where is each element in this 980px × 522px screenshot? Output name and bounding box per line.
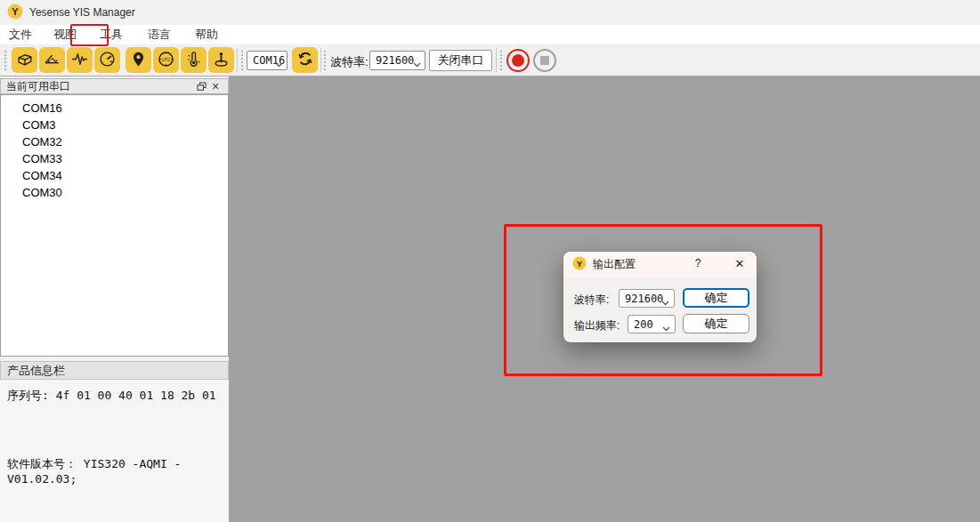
serial-port-dock: 当前可用串口 ✕ COM16 COM3 COM32 COM33 COM34 CO… (0, 76, 229, 522)
angle-wave-icon (43, 50, 61, 71)
toolbar-grip[interactable] (240, 50, 244, 71)
port-list-item[interactable]: COM3 (1, 116, 228, 133)
joystick-icon (212, 50, 231, 71)
waveform-button[interactable] (67, 47, 93, 73)
port-list-item[interactable]: COM33 (1, 150, 228, 167)
port-list-item[interactable]: COM30 (1, 184, 228, 201)
refresh-icon (296, 50, 314, 70)
dock-close-button[interactable]: ✕ (208, 80, 223, 92)
record-button[interactable] (506, 49, 530, 72)
toolbar-separator (496, 48, 497, 73)
port-select[interactable]: COM16 (247, 51, 288, 70)
dock-header: 当前可用串口 ✕ (0, 78, 229, 94)
dialog-close-button[interactable]: ✕ (732, 256, 748, 272)
product-info-title: 产品信息栏 (7, 363, 65, 379)
dialog-freq-label: 输出频率: (574, 318, 620, 333)
attitude-angle-button[interactable] (39, 47, 65, 73)
menu-tools[interactable]: 工具 (93, 25, 130, 44)
serial-number-line: 序列号: 4f 01 00 40 01 18 2b 01 (7, 388, 216, 404)
output-config-dialog: Y 输出配置 ? ✕ 波特率: 921600 确定 输出频率: 200 确定 (563, 252, 757, 342)
dialog-freq-select[interactable]: 200 (628, 315, 676, 333)
svg-text:Y: Y (577, 259, 583, 269)
gauge-button[interactable] (94, 47, 120, 73)
dialog-help-button[interactable]: ? (691, 257, 705, 271)
chevron-down-icon (661, 296, 669, 309)
workspace: 当前可用串口 ✕ COM16 COM3 COM32 COM33 COM34 CO… (0, 76, 980, 522)
thermometer-icon (184, 50, 203, 71)
window-title: Yesense YIS Manager (29, 6, 135, 19)
dock-title: 当前可用串口 (6, 79, 70, 94)
serial-number-value: 4f 01 00 40 01 18 2b 01 (56, 389, 216, 402)
cube-3d-view-button[interactable] (12, 47, 37, 73)
magnetic-probe-button[interactable] (208, 47, 234, 73)
serial-number-label: 序列号: (7, 389, 49, 402)
menu-view[interactable]: 视图 (46, 25, 84, 44)
firmware-version-label: 软件版本号： (7, 457, 77, 470)
dialog-freq-ok-label: 确定 (705, 316, 728, 332)
toolbar-grip[interactable] (4, 50, 7, 71)
dock-float-button[interactable] (194, 80, 208, 92)
dialog-baud-label: 波特率: (574, 293, 609, 308)
toolbar-grip[interactable] (499, 50, 503, 71)
temperature-button[interactable] (181, 47, 207, 73)
dialog-freq-value: 200 (634, 318, 653, 331)
baud-rate-label: 波特率: (330, 54, 369, 70)
dialog-baud-ok-button[interactable]: 确定 (683, 288, 749, 308)
baud-rate-value: 921600 (376, 54, 414, 67)
firmware-version-line: 软件版本号： YIS320 -AQMI -V01.02.03; (7, 456, 229, 486)
port-list-item[interactable]: COM32 (1, 133, 228, 150)
refresh-ports-button[interactable] (292, 47, 318, 73)
location-pin-icon (129, 50, 148, 71)
chevron-down-icon (662, 322, 670, 334)
stop-button[interactable] (533, 49, 556, 72)
location-button[interactable] (126, 47, 151, 73)
chevron-down-icon (275, 58, 283, 70)
toolbar: UTC COM16 (0, 44, 980, 76)
gauge-icon (98, 50, 117, 71)
available-ports-list[interactable]: COM16 COM3 COM32 COM33 COM34 COM30 (0, 94, 229, 357)
waveform-icon (70, 50, 89, 71)
product-info-header: 产品信息栏 (0, 361, 229, 380)
menu-language[interactable]: 语言 (141, 25, 178, 44)
port-list-item[interactable]: COM34 (1, 167, 228, 184)
dialog-logo-icon: Y (572, 256, 587, 273)
stop-icon (540, 56, 549, 65)
svg-text:UTC: UTC (162, 57, 171, 61)
cube-icon (15, 50, 34, 71)
record-icon (512, 54, 524, 67)
svg-text:Y: Y (12, 6, 19, 17)
dialog-titlebar: Y 输出配置 (563, 252, 757, 277)
toolbar-separator (237, 48, 238, 73)
dialog-baud-ok-label: 确定 (705, 290, 728, 306)
menu-file[interactable]: 文件 (2, 25, 39, 44)
product-info-body: 序列号: 4f 01 00 40 01 18 2b 01 软件版本号： YIS3… (0, 380, 229, 522)
chevron-down-icon (413, 58, 421, 70)
menu-help[interactable]: 帮助 (188, 25, 225, 44)
toolbar-separator (320, 48, 321, 73)
close-serial-port-button[interactable]: 关闭串口 (429, 50, 492, 71)
menubar: 文件 视图 工具 语言 帮助 (0, 25, 980, 44)
dialog-title: 输出配置 (593, 257, 636, 272)
window-titlebar: Y Yesense YIS Manager (0, 0, 980, 25)
app-logo-icon: Y (7, 4, 23, 22)
dialog-freq-ok-button[interactable]: 确定 (683, 314, 749, 333)
dialog-baud-value: 921600 (625, 293, 663, 305)
port-list-item[interactable]: COM16 (1, 100, 228, 116)
close-serial-port-label: 关闭串口 (438, 52, 484, 68)
toolbar-grip[interactable] (323, 50, 327, 71)
utc-time-button[interactable]: UTC (153, 47, 179, 73)
dialog-baud-select[interactable]: 921600 (619, 289, 675, 308)
baud-rate-select[interactable]: 921600 (369, 51, 425, 70)
utc-clock-icon: UTC (157, 50, 175, 71)
